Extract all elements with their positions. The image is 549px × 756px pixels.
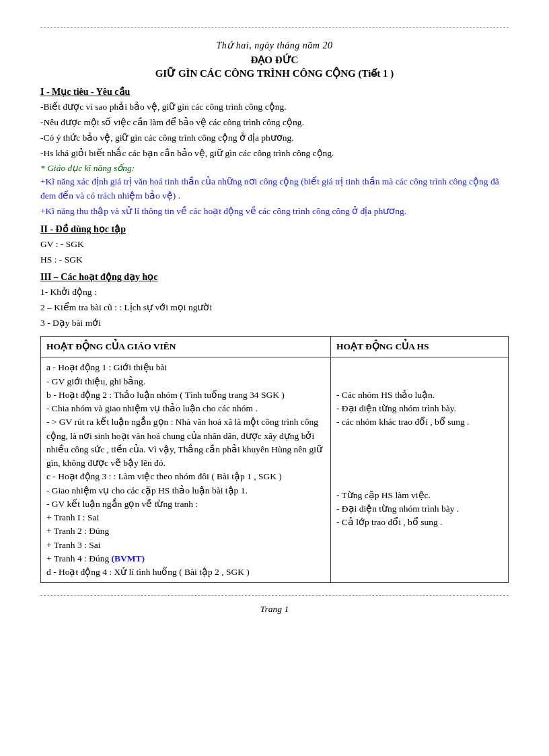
skill-heading: * Giáo dục kĩ năng sống:	[40, 162, 509, 174]
section2: II - Đồ dùng học tập GV : - SGK HS : - S…	[40, 224, 509, 267]
tc-1: a - Hoạt động 1 : Giới thiệu bài	[46, 361, 325, 374]
sc-spacer1	[336, 361, 503, 374]
table-row-main: a - Hoạt động 1 : Giới thiệu bài - GV gi…	[41, 357, 509, 583]
tc-11: + Tranh 3 : Sai	[46, 539, 325, 552]
top-border	[40, 27, 509, 28]
tc-12: + Tranh 4 : Đúng (BVMT)	[46, 552, 325, 565]
bvmt-label: (BVMT)	[112, 553, 145, 563]
hs-line: HS : - SGK	[40, 253, 509, 267]
sc-3: - các nhóm khác trao đổi , bổ sung .	[336, 415, 503, 429]
student-content: - Các nhóm HS thảo luận. - Đại diện từng…	[330, 357, 508, 583]
col-student-header: HOẠT ĐỘNG CỦA HS	[330, 337, 508, 357]
tc-9: + Tranh I : Sai	[46, 511, 325, 524]
date-line: Thứ hai, ngày tháng năm 20	[40, 40, 509, 51]
section1-heading: I - Mục tiêu - Yêu cầu	[40, 86, 509, 98]
section2-heading: II - Đồ dùng học tập	[40, 224, 509, 235]
activity1: 1- Khởi động :	[40, 285, 509, 300]
section3-heading: III – Các hoạt động dạy học	[40, 271, 509, 283]
bullet-2: -Nêu được một số việc cần làm để bảo vệ …	[40, 116, 509, 130]
col-teacher-header: HOẠT ĐỘNG CỦA GIÁO VIÊN	[41, 337, 331, 357]
title-subject: ĐẠO ĐỨC	[40, 54, 509, 66]
bottom-border	[40, 595, 509, 596]
sc-6: - Cả lớp trao đổi , bổ sung .	[336, 516, 503, 529]
bullet-4: -Hs khá giỏi biết nhắc các bạn cần bảo v…	[40, 147, 509, 161]
section3: III – Các hoạt động dạy học 1- Khởi động…	[40, 271, 509, 331]
sc-2: - Đại diện từng nhóm trình bày.	[336, 402, 503, 415]
sc-4: - Từng cặp HS làm việc.	[336, 489, 503, 502]
tc-5: - > GV rút ra kết luận ngắn gọn : Nhà vă…	[46, 415, 325, 470]
bullet-3: -Có ý thức bảo vệ, giữ gìn các công trìn…	[40, 131, 509, 145]
activity2: 2 – Kiểm tra bài cũ : : Lịch sự với mọi …	[40, 301, 509, 315]
tc-3: b - Hoạt động 2 : Thảo luận nhóm ( Tình …	[46, 388, 325, 402]
page: Thứ hai, ngày tháng năm 20 ĐẠO ĐỨC GIỮ G…	[0, 0, 549, 756]
sc-spacer3	[336, 435, 503, 489]
page-number: Trang 1	[40, 604, 509, 615]
gv-line: GV : - SGK	[40, 238, 509, 252]
title-lesson: GIỮ GÌN CÁC CÔNG TRÌNH CÔNG CỘNG (Tiết 1…	[40, 67, 509, 79]
bullet-1: -Biết được vì sao phải bảo vệ, giữ gìn c…	[40, 100, 509, 114]
lesson-table: HOẠT ĐỘNG CỦA GIÁO VIÊN HOẠT ĐỘNG CỦA HS…	[40, 336, 509, 583]
sc-1: - Các nhóm HS thảo luận.	[336, 388, 503, 402]
teacher-content: a - Hoạt động 1 : Giới thiệu bài - GV gi…	[41, 357, 331, 583]
skill-1: +Kĩ năng xác định giá trị văn hoá tinh t…	[40, 175, 509, 203]
tc-7: - Giao nhiệm vụ cho các cặp HS thảo luận…	[46, 484, 325, 497]
tc-10: + Tranh 2 : Đúng	[46, 524, 325, 538]
tc-13: d - Hoạt động 4 : Xử lí tình huống ( Bài…	[46, 565, 325, 579]
tc-2: - GV giới thiệu, ghi bảng.	[46, 375, 325, 388]
skill-2: +Kĩ năng thu thập và xử lí thông tin về …	[40, 205, 509, 219]
sc-5: - Đại diện từng nhóm trình bày .	[336, 502, 503, 516]
tc-8: - GV kết luận ngắn gọn về từng tranh :	[46, 497, 325, 511]
tc-6: c - Hoạt động 3 : : Làm việc theo nhóm đ…	[46, 470, 325, 483]
activity3: 3 - Dạy bài mới	[40, 316, 509, 331]
tc-4: - Chia nhóm và giao nhiệm vụ thảo luận c…	[46, 402, 325, 415]
sc-spacer2	[336, 375, 503, 388]
